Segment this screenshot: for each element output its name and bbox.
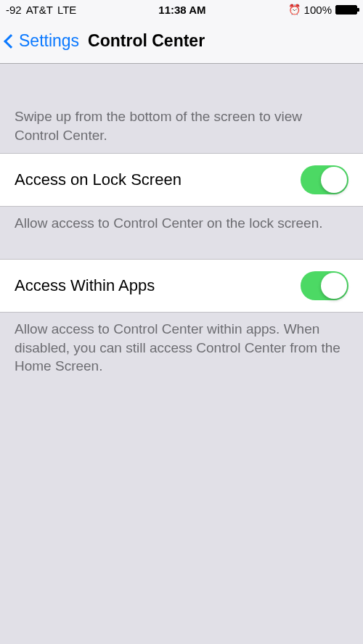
back-button[interactable]: Settings [6,31,79,51]
toggle-access-lock-screen[interactable] [301,165,348,194]
section-footer-within-apps: Allow access to Control Center within ap… [0,313,363,402]
back-label: Settings [19,31,79,51]
row-label: Access Within Apps [15,276,155,295]
battery-percentage: 100% [304,4,332,16]
toggle-access-within-apps[interactable] [301,271,348,300]
row-access-lock-screen: Access on Lock Screen [0,153,363,207]
section-footer-lock-screen: Allow access to Control Center on the lo… [0,207,363,259]
alarm-icon: ⏰ [288,4,301,15]
network-type: LTE [57,4,76,16]
chevron-left-icon [4,34,18,49]
page-title: Control Center [88,31,205,51]
battery-icon [335,5,357,15]
row-access-within-apps: Access Within Apps [0,259,363,313]
status-bar: -92 AT&T LTE 11:38 AM ⏰ 100% [0,0,363,19]
navigation-bar: Settings Control Center [0,19,363,64]
signal-strength: -92 [6,4,22,16]
row-label: Access on Lock Screen [15,170,182,189]
content: Swipe up from the bottom of the screen t… [0,64,363,402]
section-header-intro: Swipe up from the bottom of the screen t… [0,64,363,153]
carrier-name: AT&T [26,4,53,16]
status-time: 11:38 AM [158,4,205,16]
